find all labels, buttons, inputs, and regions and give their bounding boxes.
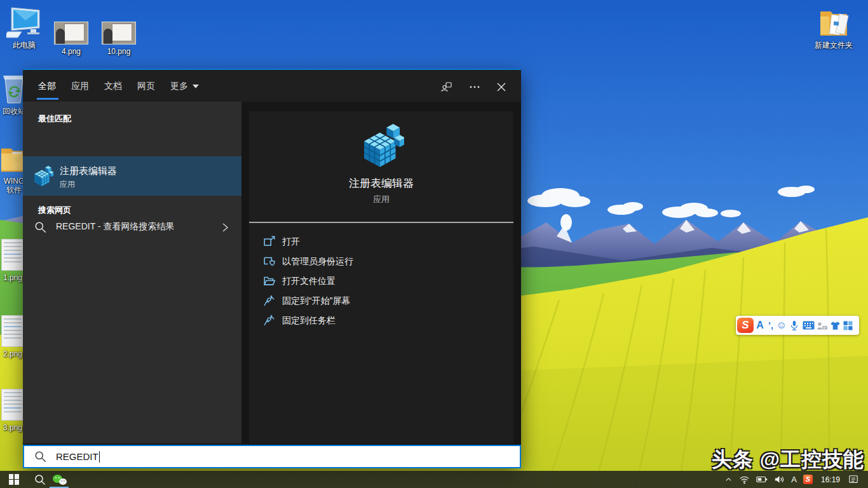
action-run-as-admin[interactable]: 以管理员身份运行 bbox=[249, 252, 513, 271]
tray-battery-button[interactable] bbox=[753, 471, 771, 488]
keyboard-icon bbox=[803, 321, 815, 330]
tab-all[interactable]: 全部 bbox=[38, 78, 56, 94]
start-button[interactable] bbox=[0, 471, 28, 488]
result-type: 应用 bbox=[60, 179, 75, 190]
sogou-input-toolbar: S A ’, ☺ bbox=[736, 316, 859, 335]
desktop-icon-label: 新建文件夹 bbox=[813, 41, 854, 50]
tray-action-center-button[interactable] bbox=[845, 471, 862, 488]
desktop-icon-label: 此电脑 bbox=[4, 41, 44, 50]
more-options-button[interactable] bbox=[466, 79, 483, 95]
action-pin-to-start[interactable]: 固定到“开始”屏幕 bbox=[249, 291, 513, 310]
open-file-location-icon bbox=[263, 274, 276, 287]
feedback-button[interactable] bbox=[438, 79, 455, 95]
desktop-icon-this-pc[interactable]: 此电脑 bbox=[4, 5, 44, 50]
tab-more[interactable]: 更多 bbox=[170, 78, 199, 94]
tray-sogou-button[interactable]: S bbox=[800, 471, 816, 488]
action-open[interactable]: 打开 bbox=[249, 232, 513, 251]
search-input[interactable]: REGEDIT bbox=[23, 445, 521, 468]
pin-icon bbox=[263, 314, 276, 327]
tshirt-icon bbox=[830, 321, 841, 330]
wifi-icon bbox=[739, 475, 750, 484]
action-open-file-location[interactable]: 打开文件位置 bbox=[249, 271, 513, 290]
ellipsis-icon bbox=[468, 81, 481, 93]
desktop-icon-label: 10.png bbox=[98, 47, 139, 56]
user-card-icon bbox=[817, 321, 828, 330]
search-results-panel: 最佳匹配 注册表编辑器 应用 搜索网页 REGEDIT - 查看网络搜索结果 bbox=[23, 102, 241, 444]
registry-editor-icon-large bbox=[358, 123, 404, 168]
result-detail-panel: 注册表编辑器 应用 打开 以管理员身份运行 打开文件位置 bbox=[249, 111, 513, 444]
microphone-icon bbox=[789, 320, 799, 331]
desktop-icon-label: 4.png bbox=[51, 47, 92, 56]
soft-keyboard-button[interactable] bbox=[801, 316, 816, 335]
text-caret bbox=[99, 451, 100, 463]
sogou-logo-icon[interactable]: S bbox=[737, 318, 754, 333]
folder-icon bbox=[813, 5, 854, 38]
tray-network-button[interactable] bbox=[736, 471, 753, 488]
search-flyout-window: 全部 应用 文档 网页 更多 bbox=[23, 69, 521, 468]
search-input-value: REGEDIT bbox=[56, 451, 98, 462]
volume-icon bbox=[774, 475, 785, 484]
desktop-icon-new-folder[interactable]: 新建文件夹 bbox=[813, 5, 854, 50]
detail-app-type: 应用 bbox=[249, 194, 513, 205]
emoji-button[interactable]: ☺ bbox=[775, 316, 788, 335]
chevron-up-icon bbox=[724, 475, 733, 484]
tab-apps[interactable]: 应用 bbox=[71, 78, 89, 94]
result-title: 注册表编辑器 bbox=[60, 165, 117, 177]
account-button[interactable] bbox=[816, 316, 829, 335]
selected-tab-underline bbox=[37, 98, 58, 100]
grid-icon bbox=[843, 321, 853, 330]
search-icon bbox=[34, 221, 47, 234]
divider bbox=[249, 222, 513, 223]
taskbar-search-button[interactable] bbox=[28, 471, 52, 488]
tray-clock[interactable]: 16:19 bbox=[816, 471, 845, 488]
tab-web[interactable]: 网页 bbox=[137, 78, 155, 94]
voice-input-button[interactable] bbox=[788, 316, 801, 335]
search-icon bbox=[34, 474, 46, 485]
desktop-icon-10png[interactable]: 10.png bbox=[98, 11, 139, 56]
run-as-admin-icon bbox=[263, 255, 276, 268]
chevron-down-icon bbox=[193, 85, 199, 88]
tab-documents[interactable]: 文档 bbox=[104, 78, 122, 94]
taskbar: A S 16:19 bbox=[0, 471, 868, 488]
chevron-right-icon bbox=[221, 222, 229, 233]
close-button[interactable] bbox=[493, 79, 510, 95]
person-feedback-icon bbox=[440, 81, 453, 93]
pin-icon bbox=[263, 294, 276, 307]
detail-app-name: 注册表编辑器 bbox=[249, 176, 513, 191]
action-pin-to-taskbar[interactable]: 固定到任务栏 bbox=[249, 311, 513, 330]
toolbox-button[interactable] bbox=[841, 316, 854, 335]
best-match-result-registry-editor[interactable]: 注册表编辑器 应用 bbox=[23, 156, 241, 196]
image-thumbnail-icon bbox=[98, 11, 139, 44]
sogou-icon: S bbox=[803, 475, 813, 484]
punctuation-toggle[interactable]: ’, bbox=[766, 316, 775, 335]
taskbar-wechat-button[interactable] bbox=[51, 471, 69, 488]
desktop-screen: 此电脑 4.png 10.png 新建文件夹 bbox=[0, 0, 868, 488]
watermark-text: 头条 @工控技能 bbox=[712, 446, 864, 474]
search-header: 全部 应用 文档 网页 更多 bbox=[23, 70, 521, 102]
tray-expand-button[interactable] bbox=[721, 471, 736, 488]
windows-logo-icon bbox=[9, 474, 20, 485]
image-thumbnail-icon bbox=[51, 11, 92, 44]
close-icon bbox=[496, 82, 506, 92]
open-icon bbox=[263, 235, 276, 248]
registry-editor-icon bbox=[32, 165, 53, 187]
skin-button[interactable] bbox=[829, 316, 841, 335]
system-tray: A S 16:19 bbox=[721, 471, 862, 488]
ime-language-toggle[interactable]: A bbox=[754, 316, 766, 335]
this-pc-icon bbox=[4, 5, 44, 38]
desktop-icon-4png[interactable]: 4.png bbox=[51, 11, 92, 56]
tray-volume-button[interactable] bbox=[771, 471, 788, 488]
wechat-icon bbox=[53, 473, 67, 485]
battery-icon bbox=[756, 475, 768, 484]
tray-ime-mode-button[interactable]: A bbox=[788, 471, 800, 488]
web-result-text: REGEDIT - 查看网络搜索结果 bbox=[56, 221, 174, 233]
action-center-icon bbox=[848, 475, 858, 484]
search-icon bbox=[34, 451, 47, 463]
web-search-result[interactable]: REGEDIT - 查看网络搜索结果 bbox=[23, 214, 241, 241]
best-match-header: 最佳匹配 bbox=[38, 113, 71, 125]
